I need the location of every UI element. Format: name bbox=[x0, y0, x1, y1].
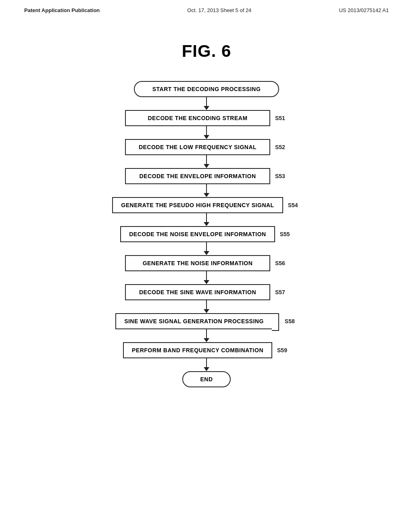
arrow-line bbox=[206, 184, 207, 193]
flowchart: START THE DECODING PROCESSING DECODE THE… bbox=[112, 81, 300, 387]
step-S57: DECODE THE SINE WAVE INFORMATION S57 bbox=[125, 284, 288, 300]
start-node: START THE DECODING PROCESSING bbox=[134, 81, 279, 97]
step-S55: DECODE THE NOISE ENVELOPE INFORMATION S5… bbox=[120, 226, 293, 242]
end-label: END bbox=[200, 376, 213, 382]
arrow-4 bbox=[204, 213, 209, 226]
arrow-line bbox=[206, 97, 207, 106]
arrow-9 bbox=[204, 358, 209, 371]
arrow-head bbox=[204, 367, 209, 371]
step-id-S58: S58 bbox=[285, 318, 298, 324]
step-S56: GENERATE THE NOISE INFORMATION S56 bbox=[125, 255, 288, 271]
arrow-line bbox=[206, 242, 207, 251]
step-id-S52: S52 bbox=[275, 144, 288, 150]
start-label: START THE DECODING PROCESSING bbox=[152, 86, 261, 92]
arrow-head bbox=[204, 164, 209, 168]
arrow-head bbox=[204, 251, 209, 255]
step-box-S57: DECODE THE SINE WAVE INFORMATION bbox=[125, 284, 270, 300]
step-id-S54: S54 bbox=[288, 202, 301, 208]
arrow-5 bbox=[204, 242, 209, 255]
step-id-S56: S56 bbox=[275, 260, 288, 266]
header-date-sheet: Oct. 17, 2013 Sheet 5 of 24 bbox=[187, 7, 251, 13]
step-box-S52: DECODE THE LOW FREQUENCY SIGNAL bbox=[125, 139, 270, 155]
arrow-line bbox=[206, 213, 207, 222]
header-patent-number: US 2013/0275142 A1 bbox=[339, 7, 389, 13]
step-id-S57: S57 bbox=[275, 289, 288, 295]
step-box-S53: DECODE THE ENVELOPE INFORMATION bbox=[125, 168, 270, 184]
page-header: Patent Application Publication Oct. 17, … bbox=[0, 0, 413, 17]
arrow-head bbox=[204, 135, 209, 139]
arrow-head bbox=[204, 106, 209, 110]
arrow-line bbox=[206, 126, 207, 135]
arrow-line bbox=[206, 155, 207, 164]
arrow-line bbox=[206, 271, 207, 280]
step-S51: DECODE THE ENCODING STREAM S51 bbox=[125, 110, 288, 126]
arrow-1 bbox=[204, 126, 209, 139]
arrow-7 bbox=[204, 300, 209, 313]
step-label-S52-text: DECODE THE LOW FREQUENCY SIGNAL bbox=[139, 144, 257, 150]
step-label-S54-text: GENERATE THE PSEUDO HIGH FREQUENCY SIGNA… bbox=[121, 202, 274, 208]
step-S58: SINE WAVE SIGNAL GENERATION PROCESSING S… bbox=[115, 313, 298, 329]
arrow-8 bbox=[204, 329, 209, 342]
step-label-S53-text: DECODE THE ENVELOPE INFORMATION bbox=[139, 173, 256, 179]
step-id-S55: S55 bbox=[280, 231, 293, 237]
step-label-S56-text: GENERATE THE NOISE INFORMATION bbox=[143, 260, 253, 266]
step-label-S58-text: SINE WAVE SIGNAL GENERATION PROCESSING bbox=[124, 318, 264, 324]
start-box: START THE DECODING PROCESSING bbox=[134, 81, 279, 97]
step-label-S51-text: DECODE THE ENCODING STREAM bbox=[148, 115, 247, 121]
step-box-S59: PERFORM BAND FREQUENCY COMBINATION bbox=[123, 342, 272, 358]
arrow-head bbox=[204, 193, 209, 197]
step-id-S51: S51 bbox=[275, 115, 288, 121]
step-box-S55: DECODE THE NOISE ENVELOPE INFORMATION bbox=[120, 226, 275, 242]
step-label-S55-text: DECODE THE NOISE ENVELOPE INFORMATION bbox=[129, 231, 266, 237]
step-box-S56: GENERATE THE NOISE INFORMATION bbox=[125, 255, 270, 271]
end-box: END bbox=[182, 371, 231, 387]
step-S54: GENERATE THE PSEUDO HIGH FREQUENCY SIGNA… bbox=[112, 197, 300, 213]
arrow-3 bbox=[204, 184, 209, 197]
step-S59: PERFORM BAND FREQUENCY COMBINATION S59 bbox=[123, 342, 290, 358]
arrow-2 bbox=[204, 155, 209, 168]
end-node: END bbox=[182, 371, 231, 387]
arrow-0 bbox=[204, 97, 209, 110]
page-content: FIG. 6 START THE DECODING PROCESSING DEC… bbox=[0, 17, 413, 387]
arrow-line bbox=[206, 358, 207, 367]
step-label-S59-text: PERFORM BAND FREQUENCY COMBINATION bbox=[132, 347, 263, 353]
step-box-S58: SINE WAVE SIGNAL GENERATION PROCESSING bbox=[115, 313, 273, 329]
step-S53: DECODE THE ENVELOPE INFORMATION S53 bbox=[125, 168, 288, 184]
figure-title: FIG. 6 bbox=[182, 42, 232, 61]
arrow-head bbox=[204, 309, 209, 313]
arrow-line bbox=[206, 300, 207, 309]
step-box-S51: DECODE THE ENCODING STREAM bbox=[125, 110, 270, 126]
arrow-head bbox=[204, 222, 209, 226]
step-id-S53: S53 bbox=[275, 173, 288, 179]
step-label-S57-text: DECODE THE SINE WAVE INFORMATION bbox=[139, 289, 256, 295]
step-id-S59: S59 bbox=[277, 347, 290, 353]
step-box-S54: GENERATE THE PSEUDO HIGH FREQUENCY SIGNA… bbox=[112, 197, 283, 213]
arrow-line bbox=[206, 329, 207, 338]
arrow-head bbox=[204, 280, 209, 284]
arrow-6 bbox=[204, 271, 209, 284]
header-publication-label: Patent Application Publication bbox=[24, 7, 100, 13]
arrow-head bbox=[204, 338, 209, 342]
step-S52: DECODE THE LOW FREQUENCY SIGNAL S52 bbox=[125, 139, 288, 155]
